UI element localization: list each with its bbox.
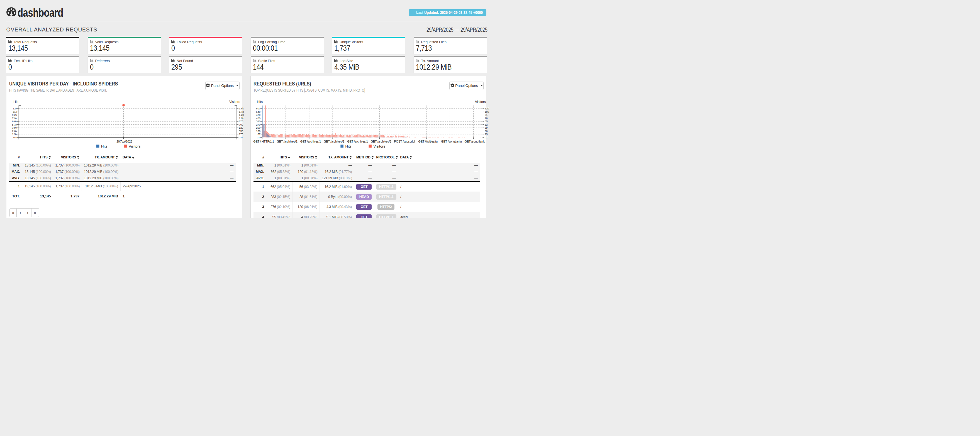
svg-text:GET /archives/1: GET /archives/1	[347, 140, 368, 143]
svg-text:700: 700	[239, 123, 243, 126]
svg-text:Hits: Hits	[345, 144, 352, 148]
svg-text:GET /songtianlu: GET /songtianlu	[465, 140, 485, 143]
svg-text:0.0: 0.0	[484, 136, 488, 139]
svg-text:12k: 12k	[13, 107, 17, 110]
svg-text:100: 100	[484, 110, 489, 113]
svg-text:340: 340	[256, 120, 261, 123]
svg-text:600: 600	[256, 107, 261, 110]
svg-text:0.0: 0.0	[257, 136, 261, 139]
svg-text:1.6k: 1.6k	[239, 107, 244, 110]
svg-text:5.3k: 5.3k	[12, 123, 17, 126]
svg-text:200: 200	[256, 126, 261, 129]
svg-text:400: 400	[256, 117, 261, 120]
svg-text:Hits: Hits	[257, 100, 262, 104]
svg-text:Hits: Hits	[13, 100, 19, 104]
svg-text:GET /archives/1: GET /archives/1	[324, 140, 344, 143]
svg-text:9.2k: 9.2k	[12, 113, 17, 116]
svg-text:52: 52	[484, 123, 487, 126]
svg-text:1.3k: 1.3k	[12, 133, 17, 136]
svg-text:GET / HTTP/1.1: GET / HTTP/1.1	[253, 140, 274, 143]
svg-text:3.9k: 3.9k	[12, 126, 17, 129]
svg-text:1.2k: 1.2k	[239, 113, 244, 116]
svg-text:13: 13	[484, 133, 487, 136]
svg-text:Visitors: Visitors	[373, 144, 385, 148]
svg-text:78: 78	[484, 117, 487, 120]
svg-text:Hits: Hits	[101, 144, 108, 148]
svg-text:1.4k: 1.4k	[239, 110, 244, 113]
svg-text:GET /archives/3: GET /archives/3	[371, 140, 391, 143]
svg-text:270: 270	[256, 123, 261, 126]
svg-text:870: 870	[239, 120, 243, 123]
svg-text:520: 520	[239, 126, 243, 129]
svg-text:GET /archives/1: GET /archives/1	[277, 140, 297, 143]
svg-text:0.0: 0.0	[239, 136, 243, 139]
svg-text:Visitors: Visitors	[129, 144, 141, 148]
svg-text:170: 170	[239, 133, 243, 136]
svg-text:GET /songtianlu: GET /songtianlu	[441, 140, 461, 143]
svg-text:39: 39	[484, 126, 487, 129]
svg-text:29/Apr/2025: 29/Apr/2025	[116, 140, 132, 143]
svg-text:POST /subscribi: POST /subscribi	[394, 140, 415, 143]
svg-text:11k: 11k	[13, 110, 17, 113]
svg-text:540: 540	[256, 110, 261, 113]
svg-text:GET /it/cities/tu: GET /it/cities/tu	[418, 140, 438, 143]
svg-text:6.6k: 6.6k	[12, 120, 17, 123]
svg-text:Visitors: Visitors	[475, 100, 485, 104]
svg-text:Visitors: Visitors	[229, 100, 240, 104]
svg-text:GET /archives/1: GET /archives/1	[300, 140, 321, 143]
svg-text:67: 67	[258, 133, 260, 136]
svg-text:65: 65	[484, 120, 487, 123]
svg-text:26: 26	[484, 130, 487, 133]
svg-text:470: 470	[256, 113, 261, 116]
svg-text:120: 120	[484, 107, 489, 110]
svg-text:7.9k: 7.9k	[12, 117, 17, 120]
svg-text:350: 350	[239, 130, 243, 133]
svg-text:0.0: 0.0	[13, 136, 17, 139]
svg-text:2.6k: 2.6k	[12, 130, 17, 133]
svg-text:130: 130	[256, 130, 261, 133]
svg-text:1.0k: 1.0k	[239, 117, 244, 120]
svg-text:91: 91	[484, 113, 487, 116]
